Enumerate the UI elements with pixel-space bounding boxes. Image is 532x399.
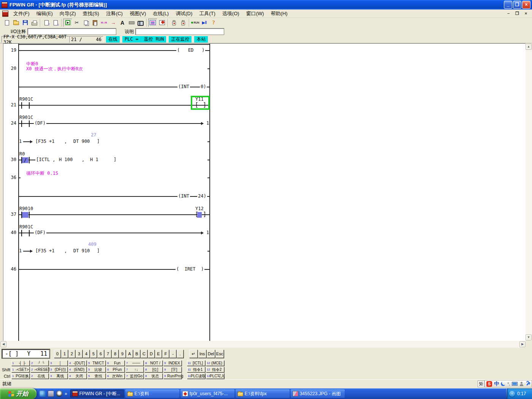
close-button[interactable]: ×	[522, 1, 530, 9]
fkey-f3[interactable]: 3│	[49, 360, 68, 366]
key-esc[interactable]: Esc	[215, 350, 224, 358]
scroll-up-icon[interactable]: ▲	[526, 44, 532, 50]
upload-program-button[interactable]	[42, 19, 51, 27]
run-prog-toggle-button[interactable]: ▶‖	[200, 19, 209, 27]
taskbar-item-5[interactable]: 3455223.JPG - 画图	[291, 390, 345, 398]
restore-button[interactable]: ❐	[513, 1, 521, 9]
fkey-f9[interactable]: 9INDEX	[163, 360, 182, 366]
fkey-f2-ctrl[interactable]: 2在线	[30, 373, 49, 379]
contact-R0[interactable]: R0/	[20, 157, 32, 163]
paste-button[interactable]	[90, 19, 100, 27]
fkey-f2-shift[interactable]: 2-<RESET>	[30, 367, 49, 372]
fkey-f4-shift[interactable]: 4(END)	[68, 367, 87, 372]
fkey-f9-ctrl[interactable]: 9Run/Prog	[163, 373, 182, 379]
mdi-minimize-button[interactable]: –	[505, 10, 512, 17]
description-input[interactable]	[135, 28, 224, 35]
monitor-window-button[interactable]	[148, 19, 157, 27]
ie-icon[interactable]	[40, 391, 46, 397]
punctuation-icon[interactable]: °,	[507, 382, 510, 386]
key-↵[interactable]: ↵	[189, 350, 198, 358]
soft-keyboard-icon[interactable]	[512, 382, 518, 386]
fkey-f12-shift[interactable]: 12指令2	[206, 367, 224, 372]
run-mode-button[interactable]: RUN	[191, 19, 200, 27]
key-.[interactable]: .	[177, 350, 184, 358]
key-8[interactable]: 8	[112, 350, 119, 358]
key--[interactable]: -	[169, 350, 176, 358]
menu-item-3[interactable]: 向导(Z)	[56, 10, 79, 18]
scroll-down-icon[interactable]: ▼	[526, 334, 532, 340]
menu-item-12[interactable]: 帮助(H)	[268, 10, 291, 18]
fkey-f1-shift[interactable]: 1-<SET>	[11, 367, 30, 372]
key-D[interactable]: D	[148, 350, 155, 358]
copy-button[interactable]	[81, 19, 90, 27]
fkey-f6[interactable]: 6Fun	[106, 360, 125, 366]
status-bar-button[interactable]	[127, 19, 136, 27]
ime-prefix[interactable]: 矩	[478, 380, 484, 387]
find-button[interactable]	[136, 19, 145, 27]
sogou-ime-icon[interactable]: S	[486, 381, 492, 387]
mdi-close-button[interactable]: ×	[522, 10, 530, 17]
open-file-button[interactable]	[11, 19, 21, 27]
key-C[interactable]: C	[141, 350, 147, 358]
tray-collapse-icon[interactable]: ‹	[509, 391, 515, 397]
taskbar-item-3[interactable]: fp0r_users_f475-...	[180, 390, 234, 398]
chinese-mode-icon[interactable]: 中	[494, 380, 499, 387]
fkey-f5[interactable]: 5TM/CT	[87, 360, 106, 366]
menu-item-10[interactable]: 选项(O)	[219, 10, 243, 18]
menu-item-11[interactable]: 窗口(W)	[243, 10, 268, 18]
start-button[interactable]: 开始	[0, 388, 36, 399]
menu-item-9[interactable]: 工具(T)	[196, 10, 219, 18]
fkey-f5-ctrl[interactable]: 5查找	[87, 373, 106, 379]
menu-item-7[interactable]: 在线(L)	[149, 10, 172, 18]
fkey-f8-ctrl[interactable]: 8状态	[144, 373, 163, 379]
fkey-f2[interactable]: 2┘ └	[30, 360, 49, 366]
fkey-f12[interactable]: 12(MCE)	[206, 360, 224, 366]
print-button[interactable]	[30, 19, 39, 27]
fkey-f6-shift[interactable]: 6PFun	[106, 367, 125, 372]
key-5[interactable]: 5	[90, 350, 97, 358]
key-7[interactable]: 7	[104, 350, 111, 358]
fkey-f4[interactable]: 4-[OUT]	[68, 360, 87, 366]
key-del[interactable]: Del	[207, 350, 215, 358]
key-3[interactable]: 3	[76, 350, 82, 358]
ladder-editor[interactable]: 192021243036374046( ED )中断0X0 接通一次，执行中断0…	[3, 43, 526, 341]
contact-R901C[interactable]: R901C	[20, 120, 32, 127]
user-icon[interactable]	[519, 382, 524, 386]
instruction-input[interactable]: -[ ] Y 11	[2, 349, 50, 358]
show-desktop-icon[interactable]	[48, 391, 54, 397]
key-2[interactable]: 2	[68, 350, 75, 358]
fullmoon-shape-icon[interactable]	[501, 382, 505, 386]
contact-R901C[interactable]: R901C	[20, 102, 32, 109]
mdi-restore-button[interactable]: ❐	[513, 10, 521, 17]
fkey-f11-shift[interactable]: 11指令1	[187, 367, 205, 372]
fkey-f8[interactable]: 8NOT /	[144, 360, 163, 366]
menu-item-4[interactable]: 查找(S)	[79, 10, 103, 18]
key-1[interactable]: 1	[61, 350, 68, 358]
offline-plug-button[interactable]	[179, 19, 188, 27]
fkey-f12-ctrl[interactable]: 12PLC写入	[206, 373, 224, 379]
save-file-button[interactable]	[21, 19, 30, 27]
fkey-f8-shift[interactable]: 8[位]	[144, 367, 163, 372]
new-file-button[interactable]	[2, 19, 11, 27]
taskbar-item-4[interactable]: E:\资料\fpx	[236, 390, 290, 398]
fkey-f7[interactable]: 7───	[125, 360, 144, 366]
key-6[interactable]: 6	[97, 350, 104, 358]
fkey-f5-shift[interactable]: 5比较	[87, 367, 106, 372]
menu-item-1[interactable]: 文件(F)	[10, 10, 33, 18]
key-9[interactable]: 9	[119, 350, 126, 358]
scroll-left-icon[interactable]: ◀	[0, 341, 6, 347]
online-plug-button[interactable]	[169, 19, 179, 27]
contact-R9010[interactable]: R9010	[20, 212, 32, 218]
fkey-f6-ctrl[interactable]: 6次Win	[106, 373, 125, 379]
key-4[interactable]: 4	[83, 350, 90, 358]
scroll-right-icon[interactable]: ▶	[519, 341, 526, 347]
vertical-scrollbar[interactable]: ▲ ▼	[526, 43, 532, 341]
fkey-f3-shift[interactable]: 3(DF(/))	[49, 367, 68, 372]
select-mode-button[interactable]	[63, 19, 72, 27]
menu-item-5[interactable]: 注释(C)	[103, 10, 126, 18]
taskbar-item-2[interactable]: E:\资料	[125, 390, 179, 398]
find-replace-button[interactable]: H-H	[100, 19, 109, 27]
help-button[interactable]: ?	[209, 19, 218, 27]
key-ins[interactable]: Ins	[198, 350, 206, 358]
settings-wrench-icon[interactable]	[526, 382, 530, 386]
